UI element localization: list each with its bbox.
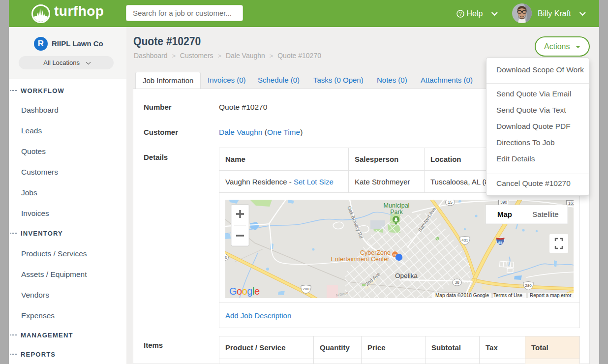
svg-text:Map data ©2018 Google: Map data ©2018 Google: [435, 293, 489, 298]
svg-text:Entertainment Center: Entertainment Center: [331, 256, 390, 263]
svg-text:390: 390: [500, 200, 507, 205]
svg-text:Park: Park: [390, 209, 403, 215]
svg-text:CyberZone: CyberZone: [360, 249, 391, 256]
svg-text:Satellite: Satellite: [532, 210, 558, 218]
svg-text:38: 38: [455, 280, 459, 285]
svg-text:15: 15: [448, 200, 453, 205]
svg-text:431: 431: [461, 238, 468, 243]
svg-text:Report a map error: Report a map error: [530, 293, 572, 298]
svg-text:Map: Map: [497, 210, 512, 218]
svg-text:85: 85: [498, 241, 502, 245]
svg-text:Municipal: Municipal: [384, 202, 410, 209]
svg-text:?: ?: [459, 11, 462, 17]
svg-text:280: 280: [525, 283, 532, 288]
svg-text:Google: Google: [229, 286, 260, 297]
svg-text:161: 161: [568, 201, 574, 206]
svg-text:Terms of Use: Terms of Use: [493, 293, 522, 298]
svg-text:280: 280: [303, 287, 309, 291]
svg-text:280: 280: [225, 255, 227, 260]
svg-text:Opelika: Opelika: [395, 272, 418, 279]
